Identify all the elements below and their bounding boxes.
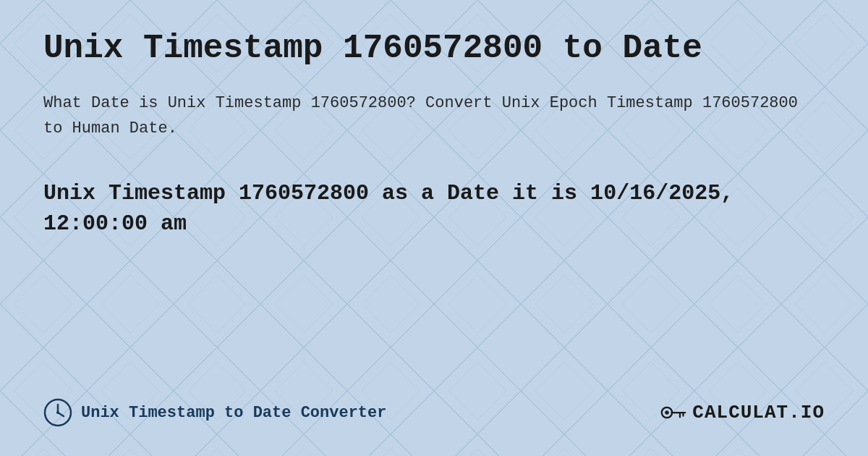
page-title: Unix Timestamp 1760572800 to Date — [43, 29, 825, 69]
result-text: Unix Timestamp 1760572800 as a Date it i… — [43, 178, 825, 239]
page-description: What Date is Unix Timestamp 1760572800? … — [43, 90, 825, 141]
footer-link-text[interactable]: Unix Timestamp to Date Converter — [81, 404, 386, 422]
svg-point-7 — [56, 411, 59, 414]
page-content: Unix Timestamp 1760572800 to Date What D… — [0, 0, 868, 456]
footer: Unix Timestamp to Date Converter CALCULA… — [43, 384, 825, 427]
logo-text: CALCULAT.IO — [692, 402, 825, 423]
clock-icon — [43, 398, 72, 427]
calculat-icon — [660, 400, 686, 426]
svg-point-9 — [665, 410, 669, 414]
main-section: Unix Timestamp 1760572800 to Date What D… — [43, 29, 825, 384]
logo-area: CALCULAT.IO — [660, 400, 825, 426]
footer-left: Unix Timestamp to Date Converter — [43, 398, 386, 427]
